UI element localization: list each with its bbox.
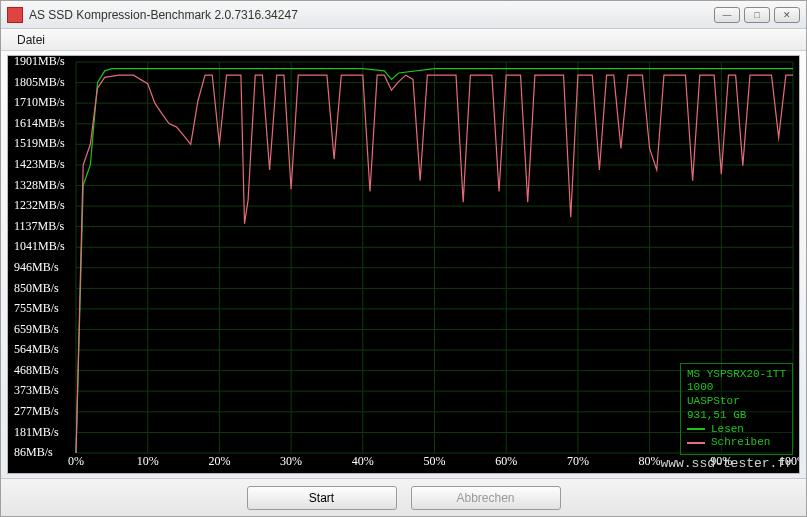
legend-write: Schreiben <box>687 436 786 450</box>
legend-box: MS YSPSRX20-1TT 1000 UASPStor 931,51 GB … <box>680 363 793 456</box>
legend-device-2: 1000 <box>687 381 786 395</box>
footer: Start Abbrechen <box>1 478 806 516</box>
menu-datei[interactable]: Datei <box>9 31 53 49</box>
legend-device-4: 931,51 GB <box>687 409 786 423</box>
menubar: Datei <box>1 29 806 51</box>
abort-button[interactable]: Abbrechen <box>411 486 561 510</box>
maximize-button[interactable]: □ <box>744 7 770 23</box>
titlebar: AS SSD Kompression-Benchmark 2.0.7316.34… <box>1 1 806 29</box>
app-icon <box>7 7 23 23</box>
start-button[interactable]: Start <box>247 486 397 510</box>
close-button[interactable]: ✕ <box>774 7 800 23</box>
legend-read: Lesen <box>687 423 786 437</box>
legend-device-3: UASPStor <box>687 395 786 409</box>
legend-write-label: Schreiben <box>711 436 770 450</box>
legend-device-1: MS YSPSRX20-1TT <box>687 368 786 382</box>
minimize-button[interactable]: — <box>714 7 740 23</box>
watermark: www.ssd-tester.fr <box>660 456 793 471</box>
legend-write-swatch <box>687 442 705 444</box>
legend-read-swatch <box>687 428 705 430</box>
app-window: AS SSD Kompression-Benchmark 2.0.7316.34… <box>0 0 807 517</box>
window-controls: — □ ✕ <box>714 7 800 23</box>
chart-area: MS YSPSRX20-1TT 1000 UASPStor 931,51 GB … <box>7 55 800 474</box>
window-title: AS SSD Kompression-Benchmark 2.0.7316.34… <box>29 8 714 22</box>
legend-read-label: Lesen <box>711 423 744 437</box>
